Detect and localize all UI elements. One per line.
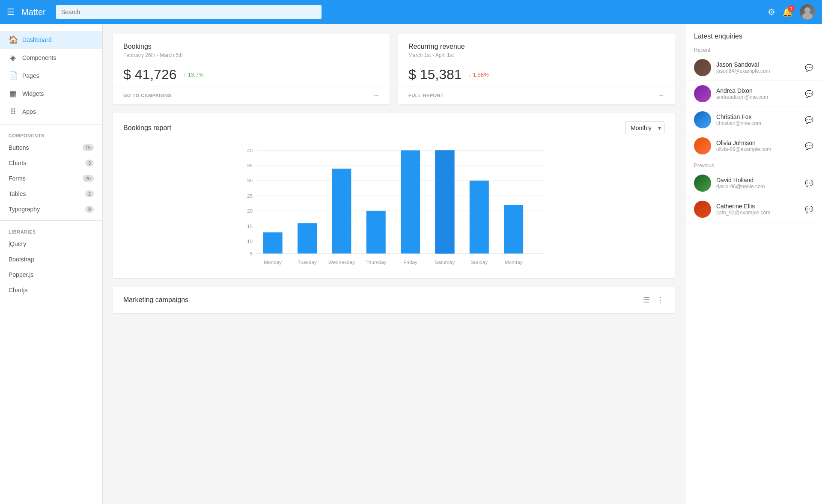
enquiry-name-andrea: Andrea Dixon: [716, 87, 800, 94]
svg-text:Wednesday: Wednesday: [328, 259, 355, 265]
sidebar-item-bootstrap[interactable]: Bootstrap: [0, 252, 102, 267]
enquiry-email-christian: christian@nike.com: [716, 120, 800, 126]
enquiry-avatar-david: [694, 175, 711, 192]
sidebar-divider-2: [0, 220, 102, 221]
enquiry-name-christian: Christian Fox: [716, 113, 800, 120]
chart-card: Bookings report Monthly Weekly Daily: [113, 113, 675, 278]
sidebar-item-charts[interactable]: Charts 3: [0, 155, 102, 171]
chat-icon-jason[interactable]: 💬: [805, 64, 813, 72]
search-input[interactable]: [56, 5, 322, 19]
enquiry-item-christian: Christian Fox christian@nike.com 💬: [685, 107, 822, 133]
revenue-change: ↓ 1.58%: [469, 71, 489, 78]
bar-monday2: [504, 205, 523, 254]
enquiry-name-david: David Holland: [716, 177, 800, 184]
campaigns-card: Marketing campaigns ☰ ⋮: [113, 287, 675, 313]
enquiry-item-andrea: Andrea Dixon andreadixon@me.com 💬: [685, 81, 822, 107]
chat-icon-david[interactable]: 💬: [805, 179, 813, 187]
chat-icon-christian[interactable]: 💬: [805, 116, 813, 124]
enquiry-info-christian: Christian Fox christian@nike.com: [716, 113, 800, 126]
notification-badge: 1: [788, 5, 795, 12]
sidebar-item-tables[interactable]: Tables 2: [0, 186, 102, 202]
apps-icon: ⠿: [9, 107, 17, 116]
bar-chart-area: 40 35 30 25 20 15 10 5 Monday Tuesday: [123, 141, 664, 270]
components-icon: ◈: [9, 53, 17, 62]
enquiry-info-david: David Holland david-96@neole.com: [716, 177, 800, 190]
main-content: Bookings February 26th - March 5th $ 41,…: [103, 24, 685, 504]
brand-name: Matter: [21, 7, 46, 17]
bookings-footer-label: GO TO CAMPAIGNS: [123, 93, 171, 98]
svg-point-0: [804, 7, 810, 13]
chat-icon-olivia[interactable]: 💬: [805, 142, 813, 150]
chat-icon-andrea[interactable]: 💬: [805, 90, 813, 98]
bookings-card-header: Bookings February 26th - March 5th: [113, 34, 390, 63]
enquiry-item-catherine: Catherine Ellis cath_92@example.com 💬: [685, 196, 822, 222]
bookings-card-footer[interactable]: GO TO CAMPAIGNS →: [113, 86, 390, 104]
svg-text:Thursday: Thursday: [366, 259, 387, 265]
revenue-value: $ 15,381: [408, 67, 462, 83]
sidebar-item-typography[interactable]: Typography 9: [0, 202, 102, 217]
svg-text:20: 20: [247, 208, 253, 213]
sidebar-item-popperjs[interactable]: Popper.js: [0, 267, 102, 282]
bar-friday: [401, 150, 420, 253]
topnav: ☰ Matter ⚙ 🔔 1: [0, 0, 822, 24]
svg-text:25: 25: [247, 193, 253, 199]
sidebar-item-buttons[interactable]: Buttons 15: [0, 140, 102, 155]
enquiry-name-olivia: Olivia Johnson: [716, 139, 800, 146]
svg-text:Tuesday: Tuesday: [298, 259, 317, 265]
enquiry-item-olivia: Olivia Johnson olivia-89@example.com 💬: [685, 133, 822, 159]
chart-title: Bookings report: [123, 124, 625, 132]
notification-icon[interactable]: 🔔 1: [782, 7, 793, 17]
sidebar-item-widgets[interactable]: ▦ Widgets: [0, 85, 102, 103]
svg-text:Saturday: Saturday: [435, 259, 455, 265]
svg-text:Monday: Monday: [505, 259, 523, 265]
sidebar-divider-1: [0, 124, 102, 125]
enquiry-email-olivia: olivia-89@example.com: [716, 146, 800, 152]
chat-icon-catherine[interactable]: 💬: [805, 205, 813, 213]
chart-period-dropdown[interactable]: Monthly Weekly Daily: [625, 122, 664, 134]
bookings-subtitle: February 26th - March 5th: [123, 52, 379, 58]
topnav-right: ⚙ 🔔 1: [768, 4, 815, 20]
sidebar: 🏠 Dashboard ◈ Components 📄 Pages ▦ Widge…: [0, 24, 103, 504]
settings-icon[interactable]: ⚙: [768, 7, 775, 17]
svg-text:15: 15: [247, 223, 253, 229]
svg-text:30: 30: [247, 178, 253, 183]
chart-dropdown-wrap: Monthly Weekly Daily: [625, 122, 664, 134]
revenue-card-footer[interactable]: FULL REPORT →: [398, 86, 675, 104]
sidebar-item-chartjs[interactable]: Chartjs: [0, 282, 102, 298]
home-icon: 🏠: [9, 35, 17, 44]
svg-text:Friday: Friday: [403, 259, 417, 265]
enquiry-avatar-olivia: [694, 137, 711, 154]
enquiry-avatar-christian: [694, 111, 711, 128]
enquiry-info-jason: Jason Sandoval jason84@example.com: [716, 61, 800, 74]
bookings-arrow-icon: →: [372, 92, 379, 99]
right-panel: Latest enquiries Recent Jason Sandoval j…: [685, 24, 822, 504]
components-section-label: COMPONENTS: [0, 128, 102, 140]
svg-text:Monday: Monday: [264, 259, 282, 265]
hamburger-icon[interactable]: ☰: [7, 7, 15, 17]
sidebar-item-apps[interactable]: ⠿ Apps: [0, 103, 102, 121]
recent-label: Recent: [685, 44, 822, 55]
sidebar-item-pages[interactable]: 📄 Pages: [0, 67, 102, 85]
enquiries-header: Latest enquiries: [685, 24, 822, 44]
enquiry-email-andrea: andreadixon@me.com: [716, 94, 800, 100]
enquiry-info-catherine: Catherine Ellis cath_92@example.com: [716, 203, 800, 216]
enquiry-item-david: David Holland david-96@neole.com 💬: [685, 170, 822, 196]
enquiry-email-jason: jason84@example.com: [716, 68, 800, 74]
revenue-card-body: $ 15,381 ↓ 1.58%: [398, 63, 675, 86]
avatar[interactable]: [800, 4, 815, 20]
svg-point-1: [802, 13, 813, 20]
sidebar-item-jquery[interactable]: jQuery: [0, 236, 102, 252]
revenue-arrow-icon: →: [658, 92, 664, 99]
sidebar-item-components[interactable]: ◈ Components: [0, 49, 102, 67]
revenue-subtitle: March 1st - April 1st: [408, 52, 664, 58]
bar-chart-svg: 40 35 30 25 20 15 10 5 Monday Tuesday: [123, 141, 664, 270]
enquiry-email-catherine: cath_92@example.com: [716, 210, 800, 216]
sidebar-item-dashboard[interactable]: 🏠 Dashboard: [0, 31, 102, 49]
sidebar-item-forms[interactable]: Forms 20: [0, 171, 102, 186]
more-icon[interactable]: ⋮: [657, 295, 664, 305]
campaigns-actions: ☰ ⋮: [643, 295, 664, 305]
svg-text:35: 35: [247, 163, 253, 168]
revenue-card: Recurring revenue March 1st - April 1st …: [398, 34, 675, 104]
previous-label: Previous: [685, 159, 822, 170]
filter-icon[interactable]: ☰: [643, 295, 650, 305]
